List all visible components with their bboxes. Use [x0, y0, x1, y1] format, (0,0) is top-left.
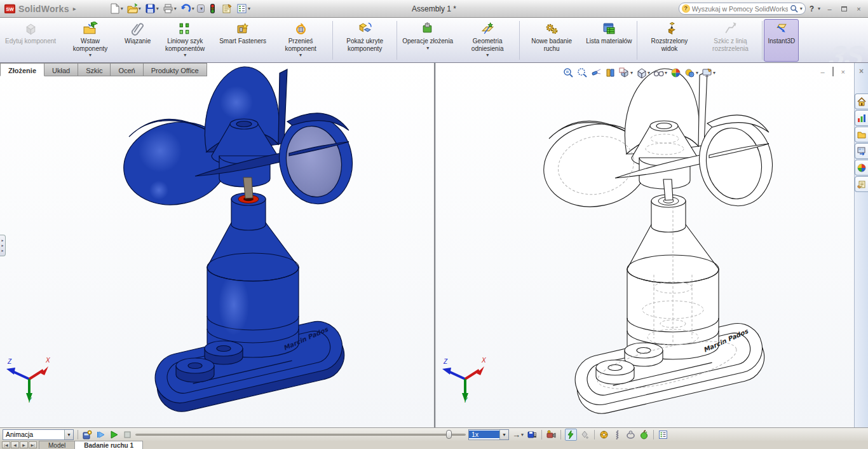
move-component-button[interactable]: Przenieś komponent ▾ — [270, 19, 331, 62]
view-orientation-button[interactable]: ▾ — [619, 67, 633, 78]
close-button[interactable]: × — [853, 4, 864, 13]
linear-component-pattern-button[interactable]: Liniowy szyk komponentów ▾ — [154, 19, 215, 62]
anemometer-model[interactable]: Marcin Pados — [536, 69, 780, 418]
feature-manager-flyout[interactable]: ▸▸▸ — [0, 235, 6, 256]
appearances-scenes-tab[interactable] — [855, 160, 868, 176]
save-button[interactable]: ▾ — [144, 2, 160, 15]
tab-szkic[interactable]: Szkic — [78, 63, 111, 76]
save-icon — [145, 3, 156, 14]
menu-expand-arrow-icon[interactable]: ▸ — [73, 5, 76, 12]
motor-button[interactable] — [599, 429, 609, 440]
play-from-start-button[interactable] — [95, 429, 106, 440]
save-animation-button[interactable] — [527, 429, 538, 440]
tab-produkty-office[interactable]: Produkty Office — [144, 63, 207, 76]
mate-button[interactable]: Wiązanie — [121, 19, 154, 62]
playback-mode-button[interactable]: →▾ — [512, 429, 524, 440]
instant3d-button[interactable]: Instant3D — [764, 19, 799, 62]
animation-wizard-button[interactable] — [546, 429, 557, 440]
design-library-tab[interactable] — [855, 110, 868, 126]
insert-components-button[interactable]: Wstaw komponenty ▾ — [60, 19, 121, 62]
solidworks-resources-tab[interactable] — [855, 93, 868, 109]
motion-study-properties-button[interactable] — [658, 429, 668, 440]
viewport-shaded[interactable]: Marcin Pados — [0, 63, 434, 427]
apply-scene-button[interactable]: ▾ — [684, 67, 698, 78]
assembly-features-dropdown-icon[interactable]: ▾ — [426, 46, 429, 51]
options-button[interactable]: ▾ — [235, 2, 252, 15]
magnified-selection-button[interactable] — [591, 67, 602, 78]
dassault-watermark: 3S — [826, 37, 868, 63]
gravity-button[interactable] — [639, 429, 649, 440]
new-document-button[interactable]: ▾ — [108, 2, 125, 15]
zoom-to-fit-button[interactable] — [563, 67, 574, 78]
edit-appearance-button[interactable] — [670, 67, 681, 78]
spring-button[interactable] — [612, 429, 623, 440]
reference-geometry-dropdown-icon[interactable]: ▾ — [486, 53, 489, 58]
linear-pattern-dropdown-icon[interactable]: ▾ — [184, 53, 186, 58]
exploded-view-button[interactable]: Rozstrzelony widok — [639, 19, 700, 62]
quick-access-toolbar: ▾ ▾ ▾ ▾ ▾ ▾ ▾ — [108, 2, 252, 15]
view-palette-tab[interactable] — [855, 143, 868, 159]
scroll-next-button[interactable]: ▶ — [20, 441, 28, 448]
slider-thumb[interactable] — [446, 430, 452, 439]
contact-button[interactable] — [625, 429, 636, 440]
properties-button[interactable] — [220, 2, 234, 15]
help-search-box[interactable]: ? ▾ — [679, 3, 806, 15]
model-tab[interactable]: Model — [39, 441, 75, 449]
doc-restore-button[interactable] — [832, 68, 834, 76]
play-button[interactable] — [109, 429, 119, 440]
smart-fasteners-icon — [236, 22, 250, 36]
performance-button[interactable] — [206, 2, 219, 15]
display-style-button[interactable]: ▾ — [636, 67, 650, 78]
help-button[interactable]: ? — [810, 4, 814, 13]
scroll-first-button[interactable]: |◀ — [2, 441, 10, 448]
explode-line-sketch-button[interactable]: Szkic z linią rozstrzelenia — [700, 19, 761, 62]
section-view-button[interactable] — [605, 67, 616, 78]
print-button[interactable]: ▾ — [161, 2, 178, 15]
timeline-slider[interactable] — [135, 430, 466, 439]
tab-uklad[interactable]: Układ — [44, 63, 78, 76]
calculate-button[interactable] — [82, 429, 93, 440]
zoom-to-area-button[interactable] — [577, 67, 588, 78]
restore-button[interactable] — [839, 4, 850, 13]
autokey-button[interactable] — [565, 429, 577, 441]
hide-show-items-button[interactable]: ▾ — [653, 67, 667, 78]
app-menu[interactable]: SW SolidWorks ▸ — [4, 3, 80, 15]
select-tool-button[interactable]: ▾ — [197, 4, 205, 13]
search-icon[interactable] — [790, 4, 798, 13]
add-key-button[interactable] — [580, 429, 590, 440]
minimize-button[interactable]: – — [824, 4, 835, 13]
doc-minimize-button[interactable]: – — [820, 68, 824, 76]
edit-component-button[interactable]: Edytuj komponent — [1, 19, 60, 62]
insert-components-dropdown-icon[interactable]: ▾ — [89, 53, 92, 58]
smart-fasteners-button[interactable]: Smart Fasteners — [215, 19, 270, 62]
stop-button[interactable] — [122, 429, 133, 440]
playback-speed-select[interactable]: 1x ▼ — [468, 429, 509, 440]
tab-ocen[interactable]: Oceń — [111, 63, 143, 76]
tab-zlozenie[interactable]: Złożenie — [0, 63, 44, 76]
task-pane-close-button[interactable]: × — [859, 67, 864, 76]
scroll-prev-button[interactable]: ◀ — [11, 441, 19, 448]
new-motion-study-button[interactable]: Nowe badanie ruchu — [521, 19, 582, 62]
show-hidden-components-button[interactable]: Pokaż ukryte komponenty — [334, 19, 395, 62]
file-explorer-tab[interactable] — [855, 127, 868, 142]
undo-button[interactable]: ▾ — [179, 2, 196, 15]
mate-paperclip-icon — [130, 22, 145, 36]
view-settings-button[interactable]: ▾ — [702, 67, 715, 78]
search-input[interactable] — [692, 5, 788, 13]
bill-of-materials-button[interactable]: Lista materiałów — [582, 19, 635, 62]
help-dropdown-icon[interactable]: ▾ — [818, 6, 820, 11]
open-document-button[interactable]: ▾ — [126, 2, 142, 15]
anemometer-model[interactable]: Marcin Pados — [116, 67, 360, 417]
assembly-features-button[interactable]: Operacje złożenia ▾ — [398, 19, 457, 62]
appearances-ball-icon — [857, 163, 866, 172]
scroll-last-button[interactable]: ▶| — [29, 441, 37, 448]
view-palette-icon — [857, 147, 866, 156]
viewport-wireframe[interactable]: ▾ ▾ ▾ ▾ ▾ – × — [436, 63, 868, 427]
study-type-select[interactable]: Animacja ▼ — [3, 429, 74, 440]
move-component-dropdown-icon[interactable]: ▾ — [299, 53, 302, 58]
custom-properties-tab[interactable] — [855, 176, 868, 192]
reference-geometry-button[interactable]: Geometria odniesienia ▾ — [457, 19, 518, 62]
doc-close-button[interactable]: × — [841, 68, 845, 76]
search-dropdown-icon[interactable]: ▾ — [800, 6, 803, 11]
motion-study-tab[interactable]: Badanie ruchu 1 — [75, 441, 143, 449]
